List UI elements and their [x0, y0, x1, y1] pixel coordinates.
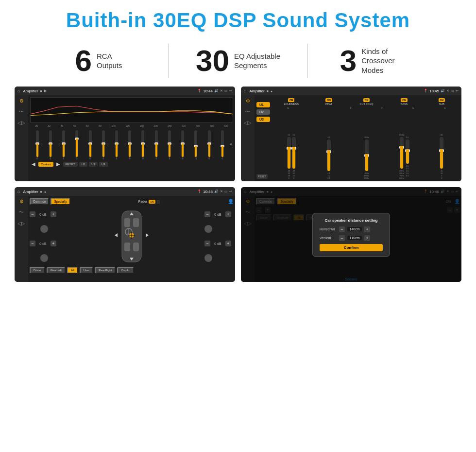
phat-slider[interactable] — [327, 139, 331, 171]
plus-bottomleft[interactable]: + — [51, 241, 56, 246]
location-icon-3: 📍 — [197, 190, 202, 193]
loudness-on[interactable]: ON — [288, 98, 295, 102]
rec-icon-3: ■ — [40, 190, 42, 193]
u2-btn[interactable]: U2 — [89, 162, 98, 167]
close-icon: ✕ — [220, 89, 223, 93]
svg-marker-13 — [146, 233, 149, 237]
rearright-btn[interactable]: RearRight — [95, 267, 116, 274]
svg-marker-12 — [115, 233, 118, 237]
stat-eq-text: EQ AdjustableSegments — [234, 52, 280, 70]
horizontal-minus[interactable]: − — [339, 226, 345, 232]
crossover-topbar: ⌂ Amplifier ■ ● 📍 10:45 🔊 ✕ ▭ ↩ — [241, 87, 461, 95]
rearleft-btn[interactable]: RearLeft — [47, 267, 66, 274]
bass-slider2[interactable] — [406, 139, 409, 164]
user-btn[interactable]: User — [80, 267, 94, 274]
crossover-title: Amplifier — [249, 89, 264, 93]
stat-rca-number: 6 — [75, 46, 91, 76]
stat-eq: 30 EQ AdjustableSegments — [169, 46, 307, 76]
speaker-topbar: ⌂ Amplifier ■ ● 📍 10:46 🔊 ✕ ▭ ↩ — [15, 187, 235, 196]
speaker-screen: ⌂ Amplifier ■ ● 📍 10:46 🔊 ✕ ▭ ↩ ⚙ 〜 ◁▷ — [15, 187, 235, 282]
back-icon: ↩ — [229, 89, 232, 93]
crossover-screen: ⌂ Amplifier ■ ● 📍 10:45 🔊 ✕ ▭ ↩ ⚙ 〜 ◁▷ — [241, 87, 461, 181]
eq-sidebar-arrow: ◁▷ — [17, 120, 25, 125]
u1-crossover-btn[interactable]: U1 — [256, 102, 270, 107]
u2-crossover-btn[interactable]: U2 — [256, 109, 270, 115]
plus-topright[interactable]: + — [225, 211, 231, 217]
crossover-sidebar-icon2: 〜 — [245, 108, 250, 115]
cutfreq-on[interactable]: ON — [363, 98, 370, 102]
speaker-sidebar-icon2: 〜 — [19, 209, 24, 216]
custom-btn[interactable]: Custom — [38, 162, 53, 167]
home-icon-2: ⌂ — [244, 88, 246, 93]
dialog-body: ⚙ 〜 ◁▷ Common Specialty ON 👤 − + − — [241, 196, 461, 282]
db-bottomright: 0 dB — [212, 242, 224, 245]
speaker-icon-3: 🔊 — [214, 190, 219, 193]
speaker-icon-2: 🔊 — [441, 89, 445, 93]
vertical-value: 110cm — [347, 236, 362, 240]
play-icon: ▶ — [44, 89, 47, 93]
eq-chart — [30, 97, 233, 122]
back-icon-2: ↩ — [456, 89, 459, 93]
plus-bottomright[interactable]: + — [225, 241, 231, 246]
loudness-slider1[interactable] — [287, 137, 291, 169]
window-icon-3: ▭ — [224, 190, 228, 193]
minus-topright[interactable]: − — [204, 211, 210, 217]
speaker-dot-tl — [40, 225, 48, 233]
vertical-minus[interactable]: − — [339, 235, 345, 241]
specialty-tab[interactable]: Specialty — [51, 198, 70, 205]
eq-title: Amplifier — [23, 89, 38, 93]
vertical-plus[interactable]: + — [364, 235, 370, 241]
vol-topleft: − 0 dB + — [30, 211, 59, 217]
db-bottomleft: 0 dB — [37, 242, 49, 245]
next-btn[interactable]: ▶ — [55, 161, 62, 167]
speaker-content: Common Specialty Fader ON ||| 👤 − 0 dB + — [28, 196, 235, 282]
minus-bottomleft[interactable]: − — [30, 241, 35, 246]
bass-slider[interactable] — [400, 137, 404, 169]
sub-slider[interactable] — [440, 137, 443, 169]
horizontal-plus[interactable]: + — [364, 226, 370, 232]
horizontal-row: Horizontal − 140cm + — [320, 226, 383, 232]
u1-btn[interactable]: U1 — [79, 162, 88, 167]
confirm-button[interactable]: Confirm — [320, 244, 383, 251]
reset-btn[interactable]: RESET — [63, 162, 78, 167]
plus-topleft[interactable]: + — [51, 211, 56, 217]
crossover-sidebar-icon1: ⚙ — [246, 98, 250, 104]
loudness-slider2[interactable] — [292, 137, 296, 169]
stat-crossover-text: Kinds ofCrossover Modes — [361, 47, 415, 75]
close-icon-2: ✕ — [446, 89, 449, 93]
crossover-sidebar-icon3: ◁▷ — [244, 120, 252, 125]
prev-btn[interactable]: ◀ — [30, 161, 37, 167]
db-topright: 0 dB — [212, 213, 224, 216]
speaker-diagram-svg — [107, 209, 156, 264]
copilot-btn[interactable]: Copilot — [117, 267, 134, 274]
common-tab[interactable]: Common — [30, 198, 49, 205]
crossover-time: 10:45 — [429, 89, 439, 93]
stat-crossover-number: 3 — [340, 46, 357, 76]
eq-sidebar: ⚙ 〜 ◁▷ — [15, 95, 28, 181]
eq-topbar-icons: 📍 10:44 🔊 ✕ ▭ ↩ — [197, 89, 232, 93]
minus-bottomright[interactable]: − — [204, 241, 210, 246]
all-btn[interactable]: All — [67, 267, 78, 274]
crossover-reset-btn[interactable]: RESET — [256, 174, 268, 179]
page-header: Buith-in 30EQ DSP Sound System — [0, 0, 476, 37]
phat-on[interactable]: ON — [325, 98, 332, 102]
location-icon: 📍 — [197, 89, 202, 93]
minus-topleft[interactable]: − — [30, 211, 35, 217]
svg-rect-1 — [124, 218, 130, 227]
eq-sidebar-wave: 〜 — [19, 108, 24, 115]
fader-on[interactable]: ON — [149, 200, 155, 204]
dot-icon-3: ● — [44, 190, 46, 193]
driver-btn[interactable]: Driver — [30, 267, 45, 274]
vol-topright: − 0 dB + — [204, 211, 234, 217]
bass-on[interactable]: ON — [401, 98, 408, 102]
u3-crossover-btn[interactable]: U3 — [256, 117, 270, 122]
eq-sidebar-eq: ⚙ — [19, 98, 24, 104]
sub-on[interactable]: ON — [439, 98, 445, 102]
crossover-topbar-icons: 📍 10:45 🔊 ✕ ▭ ↩ — [424, 89, 459, 93]
speaker-icon: 🔊 — [214, 89, 219, 93]
cutfreq-slider[interactable] — [365, 139, 369, 171]
dot-icon: ● — [271, 89, 272, 93]
crossover-content: U1 U2 U3 RESET ON LOUDNESS — [255, 95, 461, 181]
vol-bottomleft: − 0 dB + — [30, 241, 59, 246]
u3-btn[interactable]: U3 — [99, 162, 108, 167]
